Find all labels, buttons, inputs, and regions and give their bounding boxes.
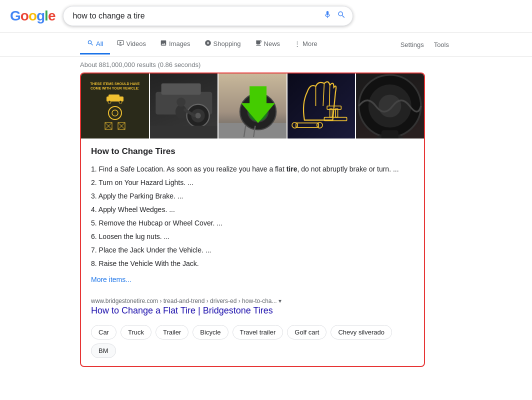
tab-all[interactable]: All bbox=[80, 34, 110, 54]
svg-line-30 bbox=[329, 85, 330, 106]
chip-bicycle[interactable]: Bicycle bbox=[192, 325, 228, 340]
source-section: www.bridgestonetire.com › tread-and-tren… bbox=[81, 292, 424, 320]
step-item-6: 6. Loosen the lug nuts. ... bbox=[91, 230, 414, 244]
snippet-image-5[interactable] bbox=[356, 74, 424, 138]
chip-golf-cart[interactable]: Golf cart bbox=[287, 325, 326, 340]
google-logo: Google bbox=[10, 8, 55, 24]
microphone-icon[interactable] bbox=[323, 10, 332, 22]
step-5-text: 5. Remove the Hubcap or Wheel Cover. ... bbox=[91, 219, 222, 227]
svg-point-32 bbox=[292, 122, 298, 128]
video-tab-icon bbox=[117, 40, 124, 48]
image-tab-icon bbox=[160, 40, 167, 48]
snippet-image-3[interactable] bbox=[218, 74, 286, 138]
search-submit-icon[interactable] bbox=[337, 10, 346, 22]
svg-point-2 bbox=[108, 100, 111, 104]
tab-videos[interactable]: Videos bbox=[110, 34, 153, 54]
main-content: THESE ITEMS SHOULD HAVE COME WITH YOUR V… bbox=[0, 72, 532, 367]
snippet-image-1[interactable]: THESE ITEMS SHOULD HAVE COME WITH YOUR V… bbox=[81, 74, 149, 138]
chip-car[interactable]: Car bbox=[91, 325, 116, 340]
results-count: About 881,000,000 results (0.86 seconds) bbox=[0, 57, 532, 72]
chip-trailer[interactable]: Trailer bbox=[156, 325, 188, 340]
more-dots-icon: ⋮ bbox=[294, 40, 300, 48]
tab-images-label: Images bbox=[169, 40, 190, 48]
image-strip: THESE ITEMS SHOULD HAVE COME WITH YOUR V… bbox=[81, 74, 424, 138]
svg-rect-13 bbox=[161, 84, 200, 95]
more-items-link[interactable]: More items... bbox=[91, 276, 132, 284]
svg-point-4 bbox=[108, 106, 122, 120]
chip-truck[interactable]: Truck bbox=[120, 325, 152, 340]
snippet-image-2[interactable] bbox=[150, 74, 218, 138]
search-bar-wrapper bbox=[63, 6, 353, 26]
header: Google bbox=[0, 0, 532, 32]
svg-line-29 bbox=[323, 84, 324, 106]
chip-overflow[interactable]: BM bbox=[91, 344, 116, 358]
svg-rect-20 bbox=[150, 126, 218, 138]
step-item-1: 1. Find a Safe Location. As soon as you … bbox=[91, 162, 414, 176]
source-url-text: www.bridgestonetire.com › tread-and-tren… bbox=[91, 298, 276, 304]
tab-more-label: More bbox=[302, 40, 318, 48]
tab-news-label: News bbox=[264, 40, 280, 48]
snippet-image-4[interactable] bbox=[288, 74, 356, 138]
snippet-content: How to Change Tires 1. Find a Safe Locat… bbox=[81, 138, 424, 292]
svg-point-17 bbox=[175, 105, 186, 118]
svg-rect-31 bbox=[296, 123, 318, 128]
tab-more[interactable]: ⋮ More bbox=[287, 35, 324, 54]
tab-shopping-label: Shopping bbox=[214, 40, 241, 48]
step-item-3: 3. Apply the Parking Brake. ... bbox=[91, 190, 414, 203]
source-url: www.bridgestonetire.com › tread-and-tren… bbox=[91, 298, 414, 304]
svg-rect-35 bbox=[330, 109, 332, 118]
svg-rect-36 bbox=[336, 109, 338, 118]
tab-images[interactable]: Images bbox=[153, 34, 198, 54]
search-icons bbox=[323, 10, 346, 22]
svg-point-18 bbox=[176, 98, 186, 106]
tab-all-label: All bbox=[96, 40, 103, 48]
tab-shopping[interactable]: Shopping bbox=[198, 34, 248, 54]
news-tab-icon bbox=[255, 40, 262, 48]
svg-rect-42 bbox=[382, 130, 398, 138]
step-item-7: 7. Place the Jack Under the Vehicle. ... bbox=[91, 244, 414, 257]
svg-point-40 bbox=[379, 94, 402, 117]
chip-travel-trailer[interactable]: Travel trailer bbox=[232, 325, 284, 340]
tab-videos-label: Videos bbox=[126, 40, 146, 48]
chips-section: Car Truck Trailer Bicycle Travel trailer… bbox=[81, 320, 424, 366]
chip-chevy-silverado[interactable]: Chevy silverado bbox=[330, 325, 392, 340]
step-1-text: 1. Find a Safe Location. As soon as you … bbox=[91, 165, 399, 173]
step-6-text: 6. Loosen the lug nuts. ... bbox=[91, 232, 170, 240]
step-item-2: 2. Turn on Your Hazard Lights. ... bbox=[91, 176, 414, 190]
svg-point-3 bbox=[119, 100, 122, 104]
source-dropdown-icon[interactable]: ▾ bbox=[278, 298, 282, 304]
shopping-tab-icon bbox=[204, 40, 212, 48]
svg-rect-1 bbox=[108, 94, 120, 98]
step-3-text: 3. Apply the Parking Brake. ... bbox=[91, 192, 183, 200]
step-4-text: 4. Apply Wheel Wedges. ... bbox=[91, 206, 175, 214]
svg-point-5 bbox=[112, 110, 118, 116]
step-item-8: 8. Raise the Vehicle With the Jack. bbox=[91, 257, 414, 270]
svg-point-16 bbox=[195, 113, 200, 118]
step-item-4: 4. Apply Wheel Wedges. ... bbox=[91, 203, 414, 216]
featured-snippet-box: THESE ITEMS SHOULD HAVE COME WITH YOUR V… bbox=[80, 72, 425, 367]
step-7-text: 7. Place the Jack Under the Vehicle. ... bbox=[91, 246, 211, 254]
steps-list: 1. Find a Safe Location. As soon as you … bbox=[91, 162, 414, 270]
nav-tabs: All Videos Images Shopping News ⋮ More S… bbox=[0, 32, 532, 57]
settings-tools: Settings Tools bbox=[398, 36, 452, 54]
search-input[interactable] bbox=[63, 6, 353, 26]
tools-link[interactable]: Tools bbox=[431, 36, 452, 54]
snippet-title: How to Change Tires bbox=[91, 146, 414, 156]
source-title-link[interactable]: How to Change a Flat Tire | Bridgestone … bbox=[91, 306, 414, 316]
svg-point-33 bbox=[317, 122, 322, 128]
search-tab-icon bbox=[87, 40, 94, 48]
settings-link[interactable]: Settings bbox=[398, 36, 427, 54]
step-2-text: 2. Turn on Your Hazard Lights. ... bbox=[91, 178, 194, 186]
step-item-5: 5. Remove the Hubcap or Wheel Cover. ... bbox=[91, 216, 414, 230]
tab-news[interactable]: News bbox=[248, 34, 288, 54]
step-8-text: 8. Raise the Vehicle With the Jack. bbox=[91, 260, 199, 268]
